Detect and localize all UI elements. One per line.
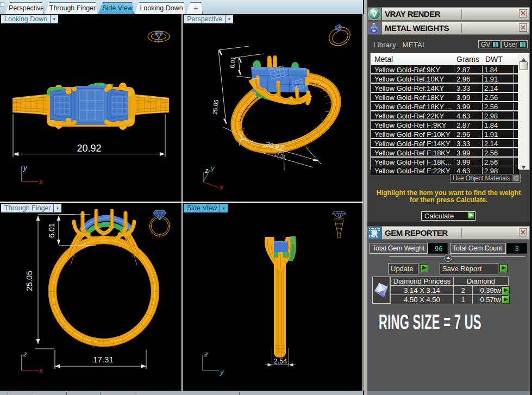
svg-text:z: z bbox=[23, 350, 27, 358]
svg-text:2.54: 2.54 bbox=[274, 358, 287, 365]
svg-text:6.01: 6.01 bbox=[47, 223, 56, 237]
svg-text:y: y bbox=[23, 164, 28, 172]
svg-text:x: x bbox=[39, 366, 43, 374]
svg-text:25.05: 25.05 bbox=[211, 99, 220, 115]
svg-text:20.92: 20.92 bbox=[77, 143, 101, 154]
svg-text:17.31: 17.31 bbox=[93, 355, 114, 364]
svg-text:x: x bbox=[219, 183, 223, 191]
svg-text:x: x bbox=[39, 178, 43, 186]
svg-text:y: y bbox=[220, 368, 224, 376]
svg-text:25.05: 25.05 bbox=[24, 271, 34, 291]
svg-text:17.31: 17.31 bbox=[273, 151, 286, 160]
svg-text:6.01: 6.01 bbox=[229, 57, 237, 69]
svg-text:y: y bbox=[210, 164, 215, 172]
svg-text:z: z bbox=[204, 350, 208, 358]
svg-text:z: z bbox=[204, 166, 209, 174]
